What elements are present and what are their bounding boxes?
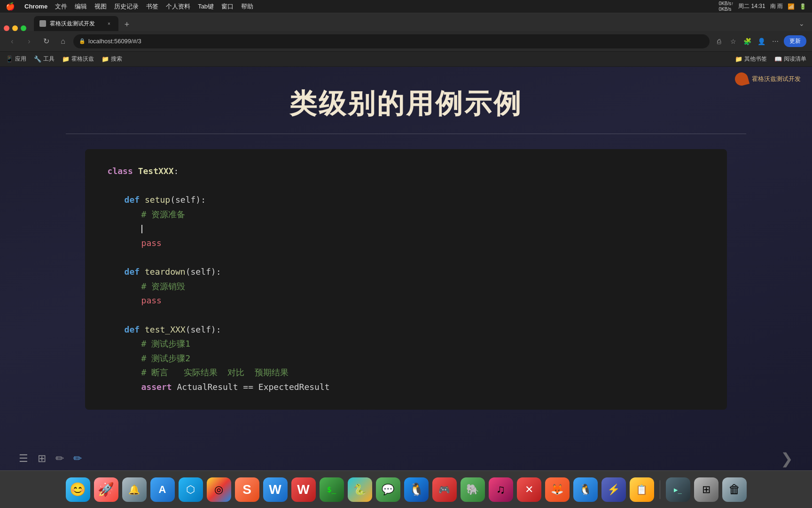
- menu-help[interactable]: 帮助: [241, 2, 253, 11]
- update-button[interactable]: 更新: [784, 35, 806, 47]
- bookmark-apps-label: 应用: [15, 55, 26, 63]
- watermark-logo: [734, 71, 750, 87]
- bookmarks-right: 📁 其他书签 📖 阅读清单: [735, 55, 806, 63]
- dock-item-launchpad[interactable]: 🚀: [94, 477, 118, 502]
- dock: 😊 🚀 🔔 A ⬡ ◎ S W W $_ 🐍 💬 🐧 🎮 🐘 ♫ ✕ 🦊 🐧 ⚡…: [0, 470, 812, 508]
- tab-favicon: [39, 20, 46, 27]
- code-content: class TestXXX: def setup(self): # 资源准备 p…: [108, 164, 705, 395]
- code-line-comment-teardown: # 资源销毁: [108, 279, 705, 294]
- dock-item-music[interactable]: ♫: [489, 477, 513, 502]
- code-line-1: class TestXXX:: [108, 164, 705, 179]
- bookmark-hogwarts-label: 霍格沃兹: [71, 55, 94, 63]
- code-line-def-setup: def setup(self):: [108, 193, 705, 207]
- code-line-comment-step2: # 测试步骤2: [108, 351, 705, 366]
- dock-item-grid[interactable]: ⊞: [694, 477, 718, 502]
- menu-view[interactable]: 视图: [94, 2, 107, 11]
- apple-menu[interactable]: 🍎: [6, 2, 15, 11]
- close-button[interactable]: [4, 25, 9, 31]
- dock-item-evernote[interactable]: 🐘: [461, 477, 485, 502]
- extensions-icon[interactable]: 🧩: [742, 36, 753, 47]
- bookmark-search-label: 搜索: [111, 55, 122, 63]
- tab-overflow-button[interactable]: ⌄: [795, 18, 808, 29]
- other-bookmarks-label: 其他书签: [744, 55, 767, 63]
- dock-item-sublime[interactable]: S: [235, 477, 259, 502]
- dock-item-cancel[interactable]: ✕: [517, 477, 541, 502]
- menu-profile[interactable]: 个人资料: [166, 2, 190, 11]
- menu-history[interactable]: 历史记录: [114, 2, 139, 11]
- home-button[interactable]: ⌂: [56, 35, 70, 48]
- bookmark-tools[interactable]: 🔧 工具: [34, 55, 55, 63]
- menu-bookmarks[interactable]: 书签: [146, 2, 158, 11]
- dock-item-iterm[interactable]: ▶_: [666, 477, 690, 502]
- tabbar-right: ⌄: [795, 18, 808, 31]
- reading-list-icon: 📖: [774, 56, 782, 63]
- menu-edit[interactable]: 编辑: [75, 2, 87, 11]
- menu-chrome[interactable]: Chrome: [24, 3, 47, 10]
- next-slide-button[interactable]: ❯: [781, 450, 793, 468]
- dock-item-notification[interactable]: 🔔: [122, 477, 147, 502]
- dock-item-wechat[interactable]: 💬: [376, 477, 400, 502]
- menu-tab[interactable]: Tab键: [198, 2, 214, 11]
- dock-item-pycharm[interactable]: 🐍: [348, 477, 372, 502]
- slide-area: 霍格沃兹测试开发 类级别的用例示例 class TestXXX: def set…: [0, 67, 812, 470]
- menu-icon[interactable]: ☰: [19, 452, 28, 465]
- reading-list[interactable]: 📖 阅读清单: [774, 55, 806, 63]
- dock-item-miro[interactable]: 📋: [630, 477, 654, 502]
- code-line-pass-setup: pass: [108, 236, 705, 251]
- traffic-lights: [4, 25, 26, 31]
- dock-item-penguin[interactable]: 🐧: [404, 477, 429, 502]
- wifi-icon: 📶: [788, 3, 795, 10]
- profile-icon[interactable]: 👤: [756, 36, 767, 47]
- tab-title: 霍格沃兹测试开发: [50, 20, 102, 28]
- dock-item-chrome[interactable]: ◎: [207, 477, 231, 502]
- pen-icon[interactable]: ✏: [73, 452, 82, 465]
- back-button[interactable]: ‹: [6, 35, 19, 48]
- dock-item-firefox[interactable]: 🦊: [545, 477, 570, 502]
- dock-item-xcode[interactable]: ⚡: [601, 477, 626, 502]
- bookmark-icon[interactable]: ☆: [727, 36, 739, 47]
- other-bookmarks-icon: 📁: [735, 56, 742, 63]
- dock-item-alt[interactable]: 🎮: [432, 477, 457, 502]
- dock-item-wps[interactable]: W: [291, 477, 316, 502]
- minimize-button[interactable]: [12, 25, 18, 31]
- battery-icon: 🔋: [799, 3, 806, 10]
- bookmark-tools-label: 工具: [43, 55, 55, 63]
- code-line-blank3: [108, 308, 705, 323]
- dock-item-finder[interactable]: 😊: [66, 477, 90, 502]
- code-line-comment-setup: # 资源准备: [108, 207, 705, 222]
- grid-icon[interactable]: ⊞: [38, 452, 46, 465]
- tab-close-button[interactable]: ×: [105, 20, 113, 27]
- watermark: 霍格沃兹测试开发: [735, 72, 801, 86]
- forward-button[interactable]: ›: [23, 35, 36, 48]
- bookmark-hogwarts[interactable]: 📁 霍格沃兹: [62, 55, 94, 63]
- search-folder-icon: 📁: [102, 56, 109, 63]
- code-line-def-teardown: def teardown(self):: [108, 265, 705, 279]
- dock-item-vscode[interactable]: ⬡: [179, 477, 203, 502]
- address-box[interactable]: 🔒 localhost:56099/#/3: [73, 34, 710, 48]
- maximize-button[interactable]: [21, 25, 26, 31]
- bookmark-search[interactable]: 📁 搜索: [102, 55, 122, 63]
- share-icon[interactable]: ⎙: [713, 36, 725, 47]
- code-block: class TestXXX: def setup(self): # 资源准备 p…: [85, 149, 727, 410]
- dock-item-appstore[interactable]: A: [150, 477, 175, 502]
- address-text: localhost:56099/#/3: [88, 38, 704, 45]
- menubar: 🍎 Chrome 文件 编辑 视图 历史记录 书签 个人资料 Tab键 窗口 帮…: [0, 0, 812, 13]
- settings-icon[interactable]: ⋯: [770, 36, 781, 47]
- dock-item-word[interactable]: W: [263, 477, 288, 502]
- slide: 霍格沃兹测试开发 类级别的用例示例 class TestXXX: def set…: [0, 67, 812, 470]
- menu-window[interactable]: 窗口: [221, 2, 234, 11]
- active-tab[interactable]: 霍格沃兹测试开发 ×: [34, 16, 118, 31]
- menu-file[interactable]: 文件: [55, 2, 67, 11]
- dock-item-qq[interactable]: 🐧: [573, 477, 598, 502]
- other-bookmarks[interactable]: 📁 其他书签: [735, 55, 767, 63]
- dock-item-trash[interactable]: 🗑: [722, 477, 747, 502]
- reload-button[interactable]: ↻: [39, 35, 53, 48]
- new-tab-button[interactable]: +: [120, 18, 133, 31]
- dock-item-terminal[interactable]: $_: [320, 477, 344, 502]
- tools-icon: 🔧: [34, 56, 41, 63]
- bookmark-apps[interactable]: 📱 应用: [6, 55, 26, 63]
- menubar-right: 0KB/s↑0KB/s 周二 14:31 南 雨 📶 🔋: [719, 1, 806, 12]
- apps-icon: 📱: [6, 56, 13, 63]
- edit-icon[interactable]: ✏: [55, 452, 64, 465]
- addressbar: ‹ › ↻ ⌂ 🔒 localhost:56099/#/3 ⎙ ☆ 🧩 👤 ⋯ …: [0, 31, 812, 52]
